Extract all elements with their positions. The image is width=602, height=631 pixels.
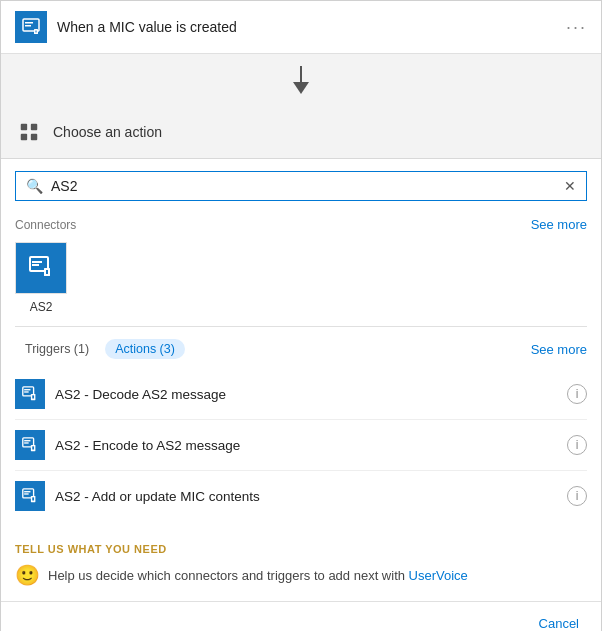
trigger-header: When a MIC value is created ··· bbox=[1, 1, 601, 54]
triggers-actions-section: Triggers (1) Actions (3) See more AS2 - … bbox=[1, 327, 601, 533]
action-icon-svg-2 bbox=[21, 436, 39, 454]
cancel-button[interactable]: Cancel bbox=[531, 612, 587, 631]
svg-rect-18 bbox=[32, 395, 34, 398]
action-list: AS2 - Decode AS2 message i AS2 - Encode … bbox=[15, 369, 587, 521]
action-item-encode[interactable]: AS2 - Encode to AS2 message i bbox=[15, 420, 587, 471]
connectors-label: Connectors bbox=[15, 218, 76, 232]
svg-rect-23 bbox=[32, 446, 34, 449]
smiley-icon: 🙂 bbox=[15, 563, 40, 587]
action-label-add-mic: AS2 - Add or update MIC contents bbox=[55, 489, 557, 504]
svg-rect-1 bbox=[25, 22, 33, 24]
action-icon-add-mic bbox=[15, 481, 45, 511]
svg-rect-7 bbox=[21, 134, 27, 140]
svg-rect-8 bbox=[31, 134, 37, 140]
svg-rect-6 bbox=[31, 124, 37, 130]
tabs-group: Triggers (1) Actions (3) bbox=[15, 339, 185, 359]
tab-triggers[interactable]: Triggers (1) bbox=[15, 339, 99, 359]
svg-rect-15 bbox=[24, 389, 30, 390]
action-label-encode: AS2 - Encode to AS2 message bbox=[55, 438, 557, 453]
search-area: 🔍 ✕ bbox=[1, 159, 601, 213]
trigger-icon bbox=[15, 11, 47, 43]
connectors-section: Connectors See more AS2 bbox=[1, 213, 601, 326]
svg-rect-11 bbox=[32, 264, 39, 266]
tell-us-text: Help us decide which connectors and trig… bbox=[48, 568, 468, 583]
svg-rect-4 bbox=[36, 31, 37, 33]
tell-us-static-text: Help us decide which connectors and trig… bbox=[48, 568, 409, 583]
choose-action-bar: Choose an action bbox=[1, 106, 601, 159]
svg-rect-26 bbox=[24, 493, 29, 494]
uservoice-link[interactable]: UserVoice bbox=[409, 568, 468, 583]
trigger-icon-svg bbox=[21, 17, 41, 37]
footer-bar: Cancel bbox=[1, 601, 601, 631]
svg-rect-5 bbox=[21, 124, 27, 130]
arrow-head bbox=[293, 82, 309, 94]
svg-rect-16 bbox=[24, 391, 29, 392]
tell-us-row: 🙂 Help us decide which connectors and tr… bbox=[15, 563, 587, 587]
action-item-add-mic[interactable]: AS2 - Add or update MIC contents i bbox=[15, 471, 587, 521]
svg-rect-10 bbox=[32, 261, 42, 263]
svg-rect-25 bbox=[24, 491, 30, 492]
svg-rect-13 bbox=[46, 270, 48, 274]
svg-rect-20 bbox=[24, 440, 30, 441]
action-icon-svg-3 bbox=[21, 487, 39, 505]
choose-action-icon bbox=[15, 118, 43, 146]
action-icon-decode bbox=[15, 379, 45, 409]
actions-see-more[interactable]: See more bbox=[531, 342, 587, 357]
arrow-line bbox=[300, 66, 302, 82]
svg-rect-28 bbox=[32, 497, 34, 500]
svg-rect-21 bbox=[24, 442, 29, 443]
action-icon-encode bbox=[15, 430, 45, 460]
svg-rect-2 bbox=[25, 25, 31, 27]
tabs-row: Triggers (1) Actions (3) See more bbox=[15, 339, 587, 359]
action-info-add-mic[interactable]: i bbox=[567, 486, 587, 506]
action-label-decode: AS2 - Decode AS2 message bbox=[55, 387, 557, 402]
trigger-title: When a MIC value is created bbox=[57, 19, 556, 35]
tell-us-heading: TELL US WHAT YOU NEED bbox=[15, 543, 587, 555]
more-options-icon[interactable]: ··· bbox=[566, 18, 587, 36]
action-item-decode[interactable]: AS2 - Decode AS2 message i bbox=[15, 369, 587, 420]
choose-action-title: Choose an action bbox=[53, 124, 162, 140]
tab-actions[interactable]: Actions (3) bbox=[105, 339, 185, 359]
search-input[interactable] bbox=[51, 178, 556, 194]
as2-connector-icon bbox=[15, 242, 67, 294]
action-icon-svg bbox=[21, 385, 39, 403]
search-box: 🔍 ✕ bbox=[15, 171, 587, 201]
connector-item-as2[interactable]: AS2 bbox=[15, 242, 67, 314]
main-container: When a MIC value is created ··· Choose a… bbox=[0, 0, 602, 631]
connector-name-as2: AS2 bbox=[30, 300, 53, 314]
search-icon: 🔍 bbox=[26, 178, 43, 194]
clear-search-icon[interactable]: ✕ bbox=[564, 179, 576, 193]
connectors-header: Connectors See more bbox=[15, 213, 587, 242]
connectors-see-more[interactable]: See more bbox=[531, 217, 587, 232]
action-info-decode[interactable]: i bbox=[567, 384, 587, 404]
tell-us-section: TELL US WHAT YOU NEED 🙂 Help us decide w… bbox=[1, 533, 601, 601]
action-info-encode[interactable]: i bbox=[567, 435, 587, 455]
as2-icon-svg bbox=[26, 253, 56, 283]
connector-grid: AS2 bbox=[15, 242, 587, 314]
grid-icon bbox=[18, 121, 40, 143]
flow-arrow bbox=[1, 54, 601, 106]
